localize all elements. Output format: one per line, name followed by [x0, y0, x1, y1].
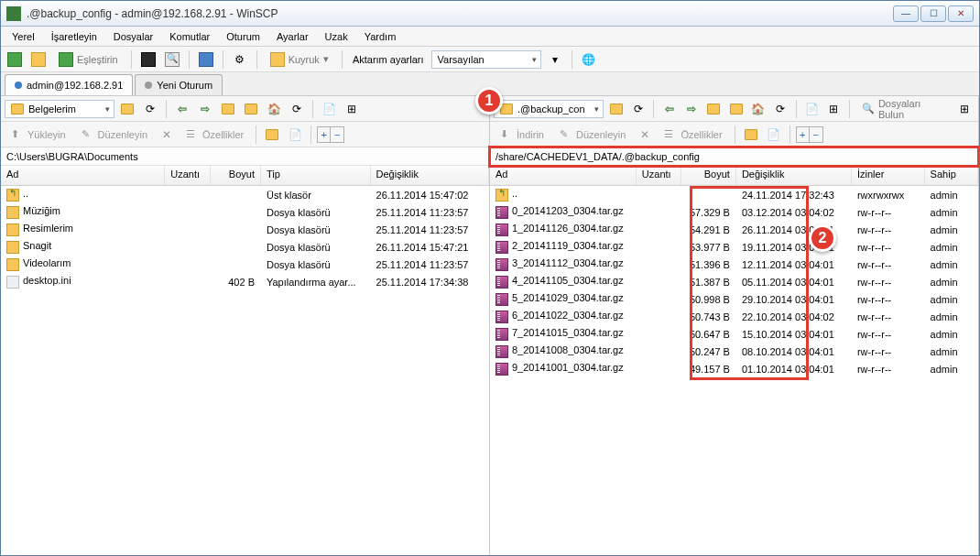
remote-props-button[interactable]: ☰Özellikler	[658, 125, 728, 145]
remote-root-icon[interactable]	[726, 99, 746, 119]
local-newfolder-icon[interactable]	[262, 125, 282, 145]
list-item[interactable]: 1_20141126_0304.tar.gz54.291 B26.11.2014…	[490, 221, 978, 238]
globe-icon[interactable]: 🌐	[579, 49, 599, 70]
local-reload-icon[interactable]: ⟳	[287, 99, 307, 119]
local-hdr-type[interactable]: Tip	[261, 166, 371, 185]
local-props-button[interactable]: ☰Özellikler	[180, 125, 250, 145]
remote-home-icon[interactable]: 🏠	[748, 99, 768, 119]
remote-tree-icon[interactable]: ⊞	[824, 99, 844, 119]
local-hdr-date[interactable]: Değişiklik	[371, 166, 490, 185]
menu-commands[interactable]: Komutlar	[162, 29, 217, 44]
select-minus-icon[interactable]: −	[810, 127, 822, 142]
remote-select-buttons[interactable]: +−	[796, 126, 823, 143]
remote-fwd-icon[interactable]: ⇨	[682, 99, 702, 119]
sync-browse-icon[interactable]	[5, 49, 25, 70]
local-edit-button[interactable]: ✎Düzenleyin	[75, 125, 154, 145]
remote-file-list[interactable]: ..24.11.2014 17:32:43rwxrwxrwxadmin0_201…	[490, 186, 978, 555]
list-item[interactable]: 2_20141119_0304.tar.gz53.977 B19.11.2014…	[490, 238, 978, 256]
menu-session[interactable]: Oturum	[219, 29, 267, 44]
menu-local[interactable]: Yerel	[5, 29, 42, 44]
list-item[interactable]: 6_20141022_0304.tar.gz50.743 B22.10.2014…	[490, 308, 978, 325]
maximize-button[interactable]: ☐	[920, 5, 946, 22]
main-toolbar: Eşleştirin ⚙ Kuyruk ▾ Aktarım ayarları V…	[1, 47, 979, 72]
local-back-icon[interactable]: ⇦	[172, 99, 192, 119]
settings-icon[interactable]: ⚙	[230, 49, 250, 70]
remote-hdr-own[interactable]: Sahip	[925, 166, 978, 185]
queue-button[interactable]: Kuyruk ▾	[264, 49, 335, 70]
transfer-preset-dropdown[interactable]: Varsayılan	[431, 50, 541, 69]
local-hdr-ext[interactable]: Uzantı	[165, 166, 211, 185]
local-hdr-size[interactable]: Boyut	[211, 166, 261, 185]
list-item[interactable]: ..Üst klasör26.11.2014 15:47:02	[1, 186, 489, 203]
list-item[interactable]: 0_20141203_0304.tar.gz57.329 B03.12.2014…	[490, 203, 978, 221]
menu-remote[interactable]: Uzak	[318, 29, 355, 44]
remote-newfile-icon[interactable]: 📄	[764, 125, 784, 145]
menu-options[interactable]: Ayarlar	[269, 29, 316, 44]
local-root-icon[interactable]	[241, 99, 261, 119]
menu-mark[interactable]: İşaretleyin	[44, 29, 104, 44]
remote-delete-icon[interactable]: ✕	[635, 125, 655, 145]
list-item[interactable]: MüziğimDosya klasörü25.11.2014 11:23:57	[1, 203, 489, 221]
select-plus-icon[interactable]: +	[318, 127, 331, 142]
list-item[interactable]: desktop.ini402 BYapılandırma ayar...25.1…	[1, 273, 489, 290]
remote-hdr-ext[interactable]: Uzantı	[637, 166, 681, 185]
local-open-folder-icon[interactable]	[117, 99, 137, 119]
local-drive-combo[interactable]: Belgelerim	[5, 100, 114, 118]
select-plus-icon[interactable]: +	[797, 127, 810, 142]
find-icon[interactable]	[162, 49, 182, 70]
local-file-list[interactable]: ..Üst klasör26.11.2014 15:47:02MüziğimDo…	[1, 186, 489, 555]
local-hdr-name[interactable]: Ad	[1, 166, 165, 185]
minimize-button[interactable]: —	[893, 5, 919, 22]
remote-hdr-date[interactable]: Değişiklik	[736, 166, 852, 185]
remote-hdr-perm[interactable]: İzinler	[852, 166, 925, 185]
remote-drive-combo[interactable]: .@backup_con	[494, 100, 604, 118]
list-item[interactable]: 5_20141029_0304.tar.gz50.998 B29.10.2014…	[490, 290, 978, 308]
session-tab-active[interactable]: admin@192.168.2.91	[5, 74, 133, 95]
remote-path[interactable]: /share/CACHEDEV1_DATA/.@backup_config	[490, 147, 978, 166]
list-item[interactable]: VideolarımDosya klasörü25.11.2014 11:23:…	[1, 256, 489, 273]
local-tree-icon[interactable]: ⊞	[342, 99, 362, 119]
local-bookmark-icon[interactable]: 📄	[319, 99, 339, 119]
local-delete-icon[interactable]: ✕	[157, 125, 177, 145]
list-item[interactable]: 9_20141001_0304.tar.gz49.157 B01.10.2014…	[490, 360, 978, 377]
local-path[interactable]: C:\Users\BUGRA\Documents	[1, 147, 489, 166]
list-item[interactable]: ..24.11.2014 17:32:43rwxrwxrwxadmin	[490, 186, 978, 203]
list-item[interactable]: SnagitDosya klasörü26.11.2014 15:47:21	[1, 238, 489, 256]
sync-button[interactable]: Eşleştirin	[52, 49, 125, 70]
remote-up-icon[interactable]	[704, 99, 724, 119]
local-fwd-icon[interactable]: ⇨	[195, 99, 215, 119]
list-item[interactable]: ResimlerimDosya klasörü25.11.2014 11:23:…	[1, 221, 489, 238]
remote-edit-button[interactable]: ✎Düzenleyin	[553, 125, 632, 145]
list-item[interactable]: 8_20141008_0304.tar.gz50.247 B08.10.2014…	[490, 343, 978, 360]
reconnect-icon[interactable]	[196, 49, 216, 70]
select-minus-icon[interactable]: −	[331, 127, 343, 142]
remote-refresh-icon[interactable]: ⟳	[628, 99, 648, 119]
local-select-buttons[interactable]: +−	[317, 126, 344, 143]
menu-files[interactable]: Dosyalar	[106, 29, 160, 44]
download-button[interactable]: ⬇İndirin	[494, 125, 550, 145]
remote-hdr-size[interactable]: Boyut	[681, 166, 736, 185]
new-session-tab[interactable]: Yeni Oturum	[135, 74, 223, 95]
menu-help[interactable]: Yardım	[357, 29, 404, 44]
list-item[interactable]: 7_20141015_0304.tar.gz50.647 B15.10.2014…	[490, 325, 978, 343]
console-icon[interactable]	[138, 49, 158, 70]
local-up-icon[interactable]	[218, 99, 238, 119]
remote-extra-icon[interactable]: ⊞	[955, 99, 975, 119]
remote-hdr-name[interactable]: Ad	[490, 166, 637, 185]
transfer-menu-icon[interactable]: ▾	[545, 49, 565, 70]
local-refresh-icon[interactable]: ⟳	[140, 99, 160, 119]
remote-reload-icon[interactable]: ⟳	[770, 99, 789, 119]
remote-back-icon[interactable]: ⇦	[659, 99, 679, 119]
list-item[interactable]: 4_20141105_0304.tar.gz51.387 B05.11.2014…	[490, 273, 978, 290]
local-newfile-icon[interactable]: 📄	[285, 125, 305, 145]
compare-icon[interactable]	[28, 49, 49, 70]
remote-open-folder-icon[interactable]	[606, 99, 626, 119]
local-drive-label: Belgelerim	[28, 104, 76, 114]
find-files-button[interactable]: 🔍Dosyaları Bulun	[855, 99, 953, 119]
close-button[interactable]: ✕	[948, 5, 974, 22]
list-item[interactable]: 3_20141112_0304.tar.gz51.396 B12.11.2014…	[490, 256, 978, 273]
upload-button[interactable]: ⬆Yükleyin	[5, 125, 72, 145]
remote-newfolder-icon[interactable]	[741, 125, 761, 145]
remote-bookmark-icon[interactable]: 📄	[802, 99, 822, 119]
local-home-icon[interactable]: 🏠	[264, 99, 284, 119]
